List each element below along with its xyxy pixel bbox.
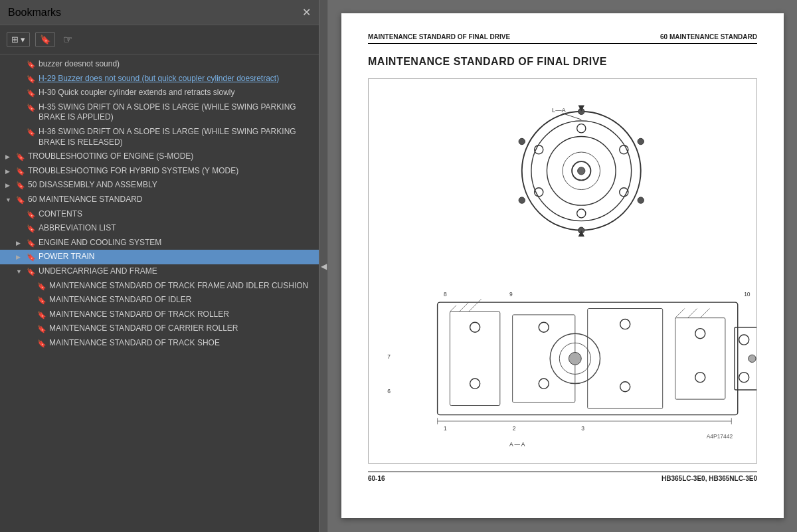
list-item[interactable]: 🔖 50 DISASSEMBLY AND ASSEMBLY bbox=[0, 178, 319, 193]
bookmark-add-button[interactable]: 🔖 bbox=[35, 32, 55, 47]
cursor-icon: ☞ bbox=[63, 33, 72, 46]
diagram-container: L—A bbox=[368, 78, 757, 464]
list-item[interactable]: 🔖 MAINTENANCE STANDARD OF TRACK ROLLER bbox=[0, 308, 319, 322]
bookmark-label: H-35 SWING DRIFT ON A SLOPE IS LARGE (WH… bbox=[39, 102, 313, 123]
svg-point-17 bbox=[578, 167, 585, 175]
bookmark-label: UNDERCARRIAGE AND FRAME bbox=[39, 266, 313, 277]
svg-point-27 bbox=[539, 322, 549, 332]
bookmark-label: MAINTENANCE STANDARD OF TRACK FRAME AND … bbox=[49, 281, 313, 292]
svg-text:6: 6 bbox=[387, 388, 391, 395]
svg-point-30 bbox=[620, 382, 630, 392]
list-item[interactable]: 🔖 H-29 Buzzer does not sound (but quick … bbox=[0, 72, 319, 86]
header-left-text: MAINTENANCE STANDARD OF FINAL DRIVE bbox=[368, 33, 510, 41]
list-item[interactable]: 🔖 H-35 SWING DRIFT ON A SLOPE IS LARGE (… bbox=[0, 100, 319, 125]
collapse-icon[interactable] bbox=[16, 267, 25, 276]
list-item[interactable]: 🔖 POWER TRAIN bbox=[0, 250, 319, 264]
bookmark-icon: 🔖 bbox=[16, 181, 25, 190]
svg-point-13 bbox=[519, 197, 525, 203]
dropdown-arrow-icon: ▾ bbox=[21, 35, 25, 44]
close-icon[interactable]: ✕ bbox=[302, 6, 311, 19]
collapse-icon[interactable] bbox=[5, 195, 15, 205]
list-item[interactable]: 🔖 CONTENTS bbox=[0, 207, 319, 222]
bookmark-icon: 🔖 bbox=[27, 224, 36, 233]
svg-point-25 bbox=[470, 322, 480, 332]
panel-collapse-button[interactable]: ◀ bbox=[319, 0, 328, 532]
document-main-title: MAINTENANCE STANDARD OF FINAL DRIVE bbox=[368, 56, 757, 68]
expand-icon[interactable] bbox=[5, 167, 15, 176]
list-item[interactable]: 🔖 MAINTENANCE STANDARD OF TRACK SHOE bbox=[0, 336, 319, 351]
header-right-text: 60 MAINTENANCE STANDARD bbox=[660, 33, 757, 41]
svg-text:L—A: L—A bbox=[552, 106, 567, 114]
expand-icon[interactable] bbox=[5, 152, 15, 161]
bookmark-label: 60 MAINTENANCE STANDARD bbox=[28, 195, 313, 205]
svg-point-15 bbox=[638, 197, 644, 203]
svg-text:1: 1 bbox=[444, 425, 447, 432]
svg-point-45 bbox=[749, 355, 756, 362]
bookmark-icon: 🔖 bbox=[27, 238, 36, 248]
bookmark-icon: 🔖 bbox=[16, 152, 25, 161]
svg-rect-22 bbox=[513, 315, 575, 402]
list-item[interactable]: 🔖 H-30 Quick coupler cylinder extends an… bbox=[0, 86, 319, 100]
svg-line-36 bbox=[450, 306, 456, 311]
svg-point-35 bbox=[569, 352, 581, 365]
list-item[interactable]: 🔖 MAINTENANCE STANDARD OF TRACK FRAME AN… bbox=[0, 279, 319, 294]
expand-icon[interactable] bbox=[5, 181, 15, 190]
list-item[interactable]: 🔖 ENGINE AND COOLING SYSTEM bbox=[0, 236, 319, 250]
bookmarks-header: Bookmarks ✕ bbox=[0, 0, 319, 25]
svg-text:9: 9 bbox=[509, 291, 513, 298]
list-item[interactable]: 🔖 TROUBLESHOOTING FOR HYBRID SYSTEMS (Y … bbox=[0, 164, 319, 179]
bookmark-label: TROUBLESHOOTING FOR HYBRID SYSTEMS (Y MO… bbox=[28, 166, 313, 177]
page-header: MAINTENANCE STANDARD OF FINAL DRIVE 60 M… bbox=[368, 33, 757, 44]
bookmark-label: MAINTENANCE STANDARD OF CARRIER ROLLER bbox=[49, 323, 313, 334]
svg-point-5 bbox=[577, 209, 586, 218]
list-item[interactable]: 🔖 UNDERCARRIAGE AND FRAME bbox=[0, 264, 319, 279]
bookmark-icon: 🔖 bbox=[27, 267, 36, 276]
svg-line-39 bbox=[675, 309, 685, 318]
list-item[interactable]: 🔖 H-36 SWING DRIFT ON A SLOPE IS LARGE (… bbox=[0, 125, 319, 149]
bookmark-label: buzzer doesnot sound) bbox=[39, 59, 313, 70]
list-item[interactable]: 🔖 MAINTENANCE STANDARD OF IDLER bbox=[0, 293, 319, 308]
bookmark-icon: 🔖 bbox=[16, 167, 25, 176]
list-item[interactable]: 🔖 buzzer doesnot sound) bbox=[0, 57, 319, 72]
bookmark-icon: 🔖 bbox=[37, 324, 46, 333]
svg-point-31 bbox=[695, 329, 705, 339]
bookmark-label: 50 DISASSEMBLY AND ASSEMBLY bbox=[28, 180, 313, 191]
technical-diagram: L—A bbox=[369, 79, 756, 463]
bookmark-label[interactable]: H-29 Buzzer does not sound (but quick co… bbox=[39, 74, 313, 84]
bookmark-tree: 🔖 buzzer doesnot sound) 🔖 H-29 Buzzer do… bbox=[0, 54, 319, 532]
bookmark-icon: 🔖 bbox=[27, 60, 36, 69]
list-item[interactable]: 🔖 60 MAINTENANCE STANDARD bbox=[0, 193, 319, 207]
bookmark-label: H-36 SWING DRIFT ON A SLOPE IS LARGE (WH… bbox=[39, 127, 313, 147]
bookmarks-panel: Bookmarks ✕ ⊞ ▾ 🔖 ☞ 🔖 buzzer doesnot sou… bbox=[0, 0, 319, 532]
bookmark-icon: 🔖 bbox=[37, 296, 46, 305]
list-item[interactable]: 🔖 ABBREVIATION LIST bbox=[0, 221, 319, 236]
svg-text:8: 8 bbox=[444, 291, 447, 298]
svg-line-41 bbox=[700, 309, 709, 318]
bookmark-icon: 🔖 bbox=[27, 103, 36, 112]
svg-point-43 bbox=[739, 335, 749, 345]
document-page: MAINTENANCE STANDARD OF FINAL DRIVE 60 M… bbox=[341, 13, 784, 518]
svg-line-18 bbox=[563, 114, 581, 120]
bookmark-label: ENGINE AND COOLING SYSTEM bbox=[39, 238, 313, 248]
svg-point-14 bbox=[638, 138, 644, 144]
svg-point-28 bbox=[539, 379, 549, 389]
bookmark-icon: 🔖 bbox=[37, 339, 46, 348]
bookmark-icon: 🔖 bbox=[37, 282, 46, 291]
diagram-number: A4P17442 bbox=[707, 433, 733, 440]
bookmark-icon: 🔖 bbox=[40, 35, 50, 44]
view-options-button[interactable]: ⊞ ▾ bbox=[7, 32, 30, 47]
svg-point-4 bbox=[577, 124, 586, 133]
list-item[interactable]: 🔖 MAINTENANCE STANDARD OF CARRIER ROLLER bbox=[0, 321, 319, 336]
document-container[interactable]: MAINTENANCE STANDARD OF FINAL DRIVE 60 M… bbox=[328, 0, 797, 532]
bookmark-label: MAINTENANCE STANDARD OF IDLER bbox=[49, 295, 313, 306]
list-view-icon: ⊞ bbox=[11, 35, 19, 44]
expand-icon[interactable] bbox=[16, 252, 25, 262]
bookmark-label: CONTENTS bbox=[39, 209, 313, 220]
svg-line-40 bbox=[687, 309, 697, 318]
footer-left-text: 60-16 bbox=[368, 475, 385, 482]
bookmark-icon: 🔖 bbox=[27, 88, 36, 98]
list-item[interactable]: 🔖 TROUBLESHOOTING OF ENGINE (S-MODE) bbox=[0, 149, 319, 164]
svg-text:3: 3 bbox=[581, 425, 584, 432]
expand-icon[interactable] bbox=[16, 238, 25, 248]
svg-point-26 bbox=[470, 379, 480, 389]
